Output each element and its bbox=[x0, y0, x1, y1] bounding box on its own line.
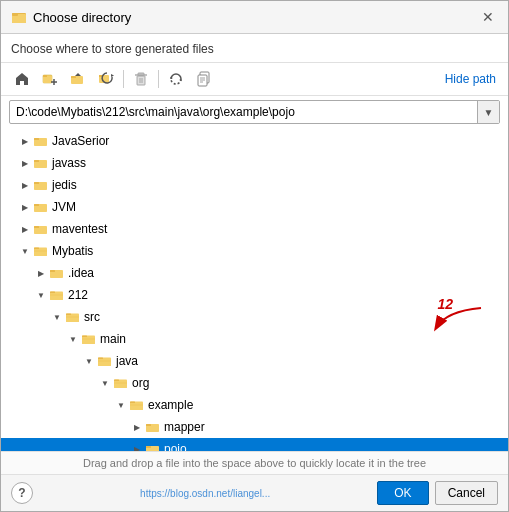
chevron-expanded-icon[interactable]: ▼ bbox=[33, 287, 49, 303]
folder-icon bbox=[65, 309, 81, 325]
tree-item[interactable]: ▶pojo bbox=[1, 438, 508, 451]
folder-icon bbox=[129, 397, 145, 413]
tree-item-label: org bbox=[132, 376, 149, 390]
title-bar-left: Choose directory bbox=[11, 9, 131, 25]
tree-item[interactable]: ▼java bbox=[1, 350, 508, 372]
tree-item-label: JavaSerior bbox=[52, 134, 109, 148]
help-button[interactable]: ? bbox=[11, 482, 33, 504]
watermark: https://blog.osdn.net/liangel... bbox=[140, 488, 270, 499]
refresh-button[interactable] bbox=[93, 67, 119, 91]
svg-rect-40 bbox=[50, 293, 63, 300]
tree-item[interactable]: ▶JavaSerior bbox=[1, 130, 508, 152]
tree-item[interactable]: ▶jedis bbox=[1, 174, 508, 196]
folder-icon bbox=[49, 265, 65, 281]
chevron-collapsed-icon[interactable]: ▶ bbox=[17, 155, 33, 171]
svg-rect-14 bbox=[138, 73, 144, 75]
folder-icon bbox=[33, 243, 49, 259]
tree-item-label: .idea bbox=[68, 266, 94, 280]
tree-item-label: Mybatis bbox=[52, 244, 93, 258]
choose-directory-dialog: Choose directory ✕ Choose where to store… bbox=[0, 0, 509, 512]
svg-rect-23 bbox=[34, 138, 39, 140]
svg-rect-37 bbox=[50, 270, 55, 272]
chevron-collapsed-icon[interactable]: ▶ bbox=[129, 441, 145, 451]
folder-icon bbox=[33, 199, 49, 215]
svg-rect-56 bbox=[114, 381, 127, 388]
svg-rect-63 bbox=[146, 424, 151, 426]
tree-item-label: 212 bbox=[68, 288, 88, 302]
svg-rect-25 bbox=[34, 160, 39, 162]
new-folder-button[interactable] bbox=[37, 67, 63, 91]
tree-item[interactable]: ▼org bbox=[1, 372, 508, 394]
dialog-subtitle: Choose where to store generated files bbox=[1, 34, 508, 63]
tree-item[interactable]: ▼example bbox=[1, 394, 508, 416]
folder-icon bbox=[33, 133, 49, 149]
svg-rect-48 bbox=[82, 337, 95, 344]
delete-button[interactable] bbox=[128, 67, 154, 91]
home-button[interactable] bbox=[9, 67, 35, 91]
tree-item[interactable]: ▶maventest bbox=[1, 218, 508, 240]
tree-item-label: mapper bbox=[164, 420, 205, 434]
chevron-expanded-icon[interactable]: ▼ bbox=[81, 353, 97, 369]
toolbar-divider-2 bbox=[158, 70, 159, 88]
chevron-expanded-icon[interactable]: ▼ bbox=[49, 309, 65, 325]
chevron-collapsed-icon[interactable]: ▶ bbox=[17, 221, 33, 237]
svg-rect-4 bbox=[43, 76, 52, 83]
tree-item-label: src bbox=[84, 310, 100, 324]
file-tree: ▶JavaSerior▶javass▶jedis▶JVM▶maventest▼M… bbox=[1, 128, 508, 451]
svg-rect-27 bbox=[34, 182, 39, 184]
dialog-title: Choose directory bbox=[33, 10, 131, 25]
svg-rect-12 bbox=[137, 76, 145, 85]
path-input[interactable] bbox=[10, 102, 477, 122]
svg-rect-65 bbox=[146, 446, 151, 448]
chevron-collapsed-icon[interactable]: ▶ bbox=[129, 419, 145, 435]
chevron-expanded-icon[interactable]: ▼ bbox=[65, 331, 81, 347]
hide-path-link[interactable]: Hide path bbox=[441, 72, 500, 86]
svg-rect-29 bbox=[34, 204, 39, 206]
svg-rect-31 bbox=[34, 226, 39, 228]
folder-icon bbox=[81, 331, 97, 347]
chevron-expanded-icon[interactable]: ▼ bbox=[17, 243, 33, 259]
tree-item-label: JVM bbox=[52, 200, 76, 214]
folder-icon bbox=[33, 221, 49, 237]
toolbar-divider bbox=[123, 70, 124, 88]
svg-rect-34 bbox=[34, 249, 47, 256]
tree-item-label: maventest bbox=[52, 222, 107, 236]
tree-item[interactable]: ▶javass bbox=[1, 152, 508, 174]
tree-item[interactable]: ▶.idea bbox=[1, 262, 508, 284]
copy-path-button[interactable] bbox=[191, 67, 217, 91]
dialog-actions: OK Cancel bbox=[377, 481, 498, 505]
tree-item[interactable]: ▼Mybatis bbox=[1, 240, 508, 262]
cancel-button[interactable]: Cancel bbox=[435, 481, 498, 505]
svg-rect-2 bbox=[12, 13, 18, 16]
chevron-expanded-icon[interactable]: ▼ bbox=[113, 397, 129, 413]
chevron-expanded-icon[interactable]: ▼ bbox=[97, 375, 113, 391]
svg-rect-5 bbox=[43, 75, 47, 77]
folder-icon bbox=[97, 353, 113, 369]
chevron-collapsed-icon[interactable]: ▶ bbox=[17, 199, 33, 215]
chevron-collapsed-icon[interactable]: ▶ bbox=[33, 265, 49, 281]
tree-item-label: example bbox=[148, 398, 193, 412]
tree-item-label: pojo bbox=[164, 442, 187, 451]
close-button[interactable]: ✕ bbox=[478, 7, 498, 27]
toolbar-buttons bbox=[9, 67, 217, 91]
tree-item[interactable]: ▼main bbox=[1, 328, 508, 350]
ok-button[interactable]: OK bbox=[377, 481, 428, 505]
up-folder-button[interactable] bbox=[65, 67, 91, 91]
svg-rect-52 bbox=[98, 359, 111, 366]
svg-rect-44 bbox=[66, 315, 79, 322]
bottom-bar: ? https://blog.osdn.net/liangel... OK Ca… bbox=[1, 474, 508, 511]
svg-rect-9 bbox=[71, 76, 76, 78]
tree-item[interactable]: ▶JVM bbox=[1, 196, 508, 218]
tree-item[interactable]: ▼212 bbox=[1, 284, 508, 306]
folder-icon bbox=[145, 419, 161, 435]
sync-button[interactable] bbox=[163, 67, 189, 91]
tree-item-label: javass bbox=[52, 156, 86, 170]
tree-item[interactable]: ▼src bbox=[1, 306, 508, 328]
svg-rect-60 bbox=[130, 403, 143, 410]
chevron-collapsed-icon[interactable]: ▶ bbox=[17, 177, 33, 193]
chevron-collapsed-icon[interactable]: ▶ bbox=[17, 133, 33, 149]
svg-rect-18 bbox=[198, 75, 207, 86]
toolbar: Hide path bbox=[1, 63, 508, 96]
path-dropdown-button[interactable]: ▼ bbox=[477, 101, 499, 123]
tree-item[interactable]: ▶mapper bbox=[1, 416, 508, 438]
